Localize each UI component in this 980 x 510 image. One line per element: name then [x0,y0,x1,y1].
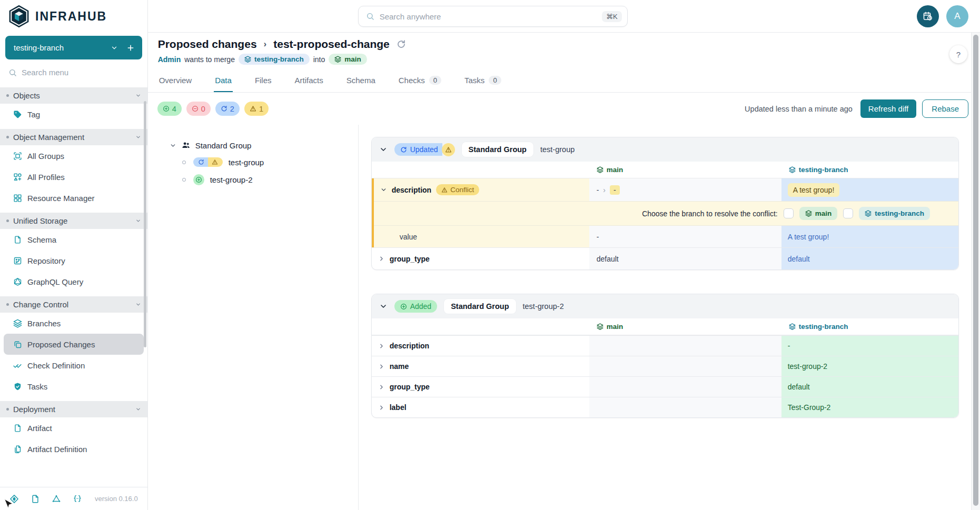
section-change-control[interactable]: Change Control [0,296,147,313]
create-branch-button[interactable] [126,44,135,52]
shapes-icon [13,173,22,182]
refresh-icon [221,105,227,112]
option-label: main [815,209,832,217]
object-kind-badge: Standard Group [444,299,516,314]
layers-branch-icon [13,319,22,328]
section-label: Change Control [13,300,131,309]
tab-overview[interactable]: Overview [158,69,193,92]
plus-circle-icon [163,105,170,112]
api-braces-icon[interactable] [73,494,82,504]
sidebar-scrollbar[interactable] [144,101,146,347]
app-logo[interactable]: INFRAHUB [0,0,147,33]
old-value: - [597,186,599,194]
attribute-row-description: description - [372,335,958,356]
tab-checks[interactable]: Checks0 [398,69,442,92]
sidebar-item-label: Branches [27,319,61,328]
rebase-button[interactable]: Rebase [922,99,968,118]
branch-value-cell: default [781,377,958,397]
testing-branch-checkbox[interactable] [843,208,853,218]
merge-into-text: into [313,55,325,64]
refresh-icon [198,159,204,165]
sidebar-menu-search[interactable] [0,61,147,82]
sidebar-item-proposed-changes[interactable]: Proposed Changes [4,334,144,355]
sidebar-item-branches[interactable]: Branches [0,313,147,334]
change-arrow: › [603,186,606,194]
chevron-down-icon [135,93,141,98]
chevron-down-icon[interactable] [379,145,388,154]
tab-schema[interactable]: Schema [345,69,377,92]
infrahub-logo-icon [8,5,29,28]
option-label: testing-branch [875,209,924,217]
graphql-sandbox-icon[interactable] [52,494,61,504]
added-count-badge: 4 [157,102,182,116]
sidebar-item-label: All Profiles [27,173,65,182]
chevron-right-icon[interactable] [378,384,385,391]
warning-triangle-icon [441,187,448,193]
tab-tasks[interactable]: Tasks0 [463,69,502,92]
user-avatar[interactable]: A [946,5,968,27]
chevron-right-icon[interactable] [378,404,385,411]
updated-count-badge: 2 [215,102,240,116]
sidebar-item-artifact-definition[interactable]: Artifact Definition [0,438,147,459]
tree-node-standard-group[interactable]: Standard Group [170,141,351,150]
testing-branch-column-header: testing-branch [781,162,958,178]
page-scrollbar-thumb[interactable] [973,35,978,506]
chevron-down-icon[interactable] [380,186,387,193]
avatar-initial: A [954,11,960,22]
main-branch-checkbox[interactable] [784,208,794,218]
double-check-icon [13,361,22,370]
minus-circle-icon [192,105,199,112]
groups-frame-icon [13,152,22,161]
chevron-down-icon[interactable] [379,302,388,311]
tab-files[interactable]: Files [254,69,273,92]
main-value-cell: default [589,248,781,269]
refresh-diff-button[interactable]: Refresh diff [860,99,916,118]
diff-card-header[interactable]: Added Standard Group test-group-2 [372,294,958,318]
chevron-right-icon[interactable] [378,343,385,349]
breadcrumb-parent[interactable]: Proposed changes [158,38,257,51]
testing-branch-option[interactable]: testing-branch [859,207,930,220]
tree-node-test-group[interactable]: test-group [182,157,351,167]
menu-search-input[interactable] [22,68,139,77]
sidebar-item-graphql-query[interactable]: GraphQL Query [0,271,147,292]
sidebar-item-check-definition[interactable]: Check Definition [0,355,147,376]
tasks-schedule-button[interactable] [917,5,939,27]
chevron-right-icon[interactable] [378,363,385,370]
sidebar-item-resource-manager[interactable]: Resource Manager [0,187,147,208]
diff-card-test-group: Updated Standard Group test-group main [371,137,959,270]
branch-value-cell: Test-Group-2 [781,397,958,417]
tab-count-badge: 0 [489,76,501,85]
sidebar-nav: Objects Tag Object Management All Groups… [0,83,147,487]
section-label: Unified Storage [13,216,131,225]
chevron-right-icon[interactable] [378,255,385,262]
section-unified-storage[interactable]: Unified Storage [0,213,147,229]
main-branch-option[interactable]: main [799,207,838,220]
tab-artifacts[interactable]: Artifacts [294,69,324,92]
refresh-icon [400,146,407,153]
sidebar-item-tag[interactable]: Tag [0,104,147,125]
refresh-icon[interactable] [397,39,406,49]
documentation-icon[interactable] [31,494,40,504]
sidebar-item-tasks[interactable]: Tasks [0,376,147,397]
sidebar-item-schema[interactable]: Schema [0,229,147,250]
chevron-down-icon[interactable] [170,142,176,149]
sidebar-item-all-groups[interactable]: All Groups [0,145,147,166]
global-search[interactable]: ⌘K [358,6,628,27]
tree-node-test-group-2[interactable]: test-group-2 [182,174,351,185]
global-search-input[interactable] [380,12,597,21]
diff-card-header[interactable]: Updated Standard Group test-group [372,137,958,162]
section-object-management[interactable]: Object Management [0,129,147,145]
property-row-value: value - A test group! [374,225,958,247]
help-button[interactable]: ? [949,45,967,63]
sidebar-item-artifact[interactable]: Artifact [0,417,147,438]
empty-column-header [372,162,589,178]
plus-circle-icon [400,303,407,310]
tab-data[interactable]: Data [214,69,233,92]
branch-selector[interactable]: testing-branch [5,36,142,59]
section-deployment[interactable]: Deployment [0,401,147,417]
section-bullet [6,219,9,222]
section-objects[interactable]: Objects [0,87,147,104]
sidebar-item-label: Artifact Definition [27,445,87,454]
sidebar-item-all-profiles[interactable]: All Profiles [0,166,147,187]
sidebar-item-repository[interactable]: Repository [0,250,147,271]
